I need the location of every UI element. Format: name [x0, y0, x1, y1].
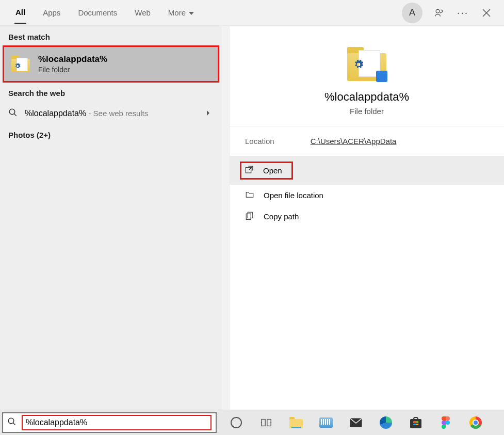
open-icon	[245, 165, 254, 176]
scope-tabs: All Apps Documents Web More	[14, 2, 195, 24]
best-match-title: %localappdata%	[38, 54, 107, 65]
svg-point-5	[8, 418, 14, 424]
task-view-icon[interactable]	[259, 415, 273, 430]
chevron-right-icon	[205, 109, 212, 118]
taskbar-search-box[interactable]	[2, 412, 217, 433]
search-icon	[7, 417, 17, 428]
search-input[interactable]	[26, 418, 207, 427]
mail-icon[interactable]	[349, 415, 363, 430]
cortana-icon[interactable]	[229, 415, 243, 430]
web-search-result[interactable]: %localappdata% - See web results	[0, 102, 222, 125]
preview-title: %localappdata%	[324, 90, 409, 104]
copy-icon	[245, 211, 254, 222]
svg-rect-3	[248, 212, 252, 218]
preview-subtitle: File folder	[350, 107, 384, 116]
location-label: Location	[245, 137, 274, 146]
action-open-location-label: Open file location	[264, 191, 323, 200]
folder-location-icon	[245, 190, 254, 201]
folder-icon	[11, 56, 30, 72]
web-query: %localappdata%	[25, 109, 86, 118]
taskbar-pinned-apps	[229, 415, 483, 430]
svg-rect-7	[267, 420, 271, 426]
header-bar: All Apps Documents Web More A ···	[0, 0, 504, 26]
location-path[interactable]: C:\Users\ACER\AppData	[311, 137, 397, 146]
chrome-icon[interactable]	[468, 415, 483, 430]
open-highlight-box: Open	[240, 162, 293, 180]
search-icon	[8, 108, 18, 119]
results-panel: Best match %localappdata% File folder Se…	[0, 26, 222, 410]
tab-more-label: More	[168, 8, 186, 17]
location-row: Location C:\Users\ACER\AppData	[230, 126, 504, 156]
tab-documents[interactable]: Documents	[77, 2, 118, 23]
action-copy-path-label: Copy path	[264, 212, 299, 221]
file-explorer-icon[interactable]	[289, 415, 303, 430]
best-match-result[interactable]: %localappdata% File folder	[3, 45, 219, 83]
close-button[interactable]	[479, 6, 494, 20]
svg-point-1	[9, 109, 15, 115]
taskbar	[0, 410, 504, 435]
svg-rect-6	[262, 420, 265, 426]
on-screen-keyboard-icon[interactable]	[319, 415, 333, 430]
figma-icon[interactable]	[438, 415, 453, 430]
feedback-icon[interactable]	[432, 6, 446, 20]
web-query-text: %localappdata% - See web results	[25, 109, 148, 118]
web-hint: - See web results	[86, 109, 148, 118]
user-avatar[interactable]: A	[402, 3, 422, 23]
tab-web[interactable]: Web	[134, 2, 152, 23]
best-match-subtitle: File folder	[38, 66, 107, 74]
photos-group[interactable]: Photos (2+)	[0, 125, 222, 144]
chevron-down-icon	[189, 12, 194, 15]
svg-point-0	[436, 9, 440, 13]
search-input-highlight	[22, 415, 212, 430]
tab-more[interactable]: More	[167, 2, 195, 23]
header-right: A ···	[402, 3, 494, 23]
tab-all[interactable]: All	[14, 2, 26, 24]
action-open-location[interactable]: Open file location	[230, 185, 504, 206]
more-options-icon[interactable]: ···	[456, 6, 470, 20]
shortcut-badge-icon	[376, 71, 387, 82]
search-web-label: Search the web	[0, 83, 222, 102]
action-copy-path[interactable]: Copy path	[230, 206, 504, 227]
preview-header: %localappdata% File folder	[230, 26, 504, 126]
microsoft-store-icon[interactable]	[409, 415, 423, 430]
tab-apps[interactable]: Apps	[42, 2, 61, 23]
folder-icon-large	[347, 47, 386, 81]
action-open-label: Open	[263, 166, 282, 175]
best-match-text: %localappdata% File folder	[38, 54, 107, 74]
edge-icon[interactable]	[379, 415, 393, 430]
action-open-row[interactable]: Open	[230, 156, 504, 185]
best-match-label: Best match	[0, 26, 222, 45]
svg-rect-4	[246, 214, 251, 219]
main-area: Best match %localappdata% File folder Se…	[0, 26, 504, 410]
preview-panel: %localappdata% File folder Location C:\U…	[229, 26, 504, 410]
